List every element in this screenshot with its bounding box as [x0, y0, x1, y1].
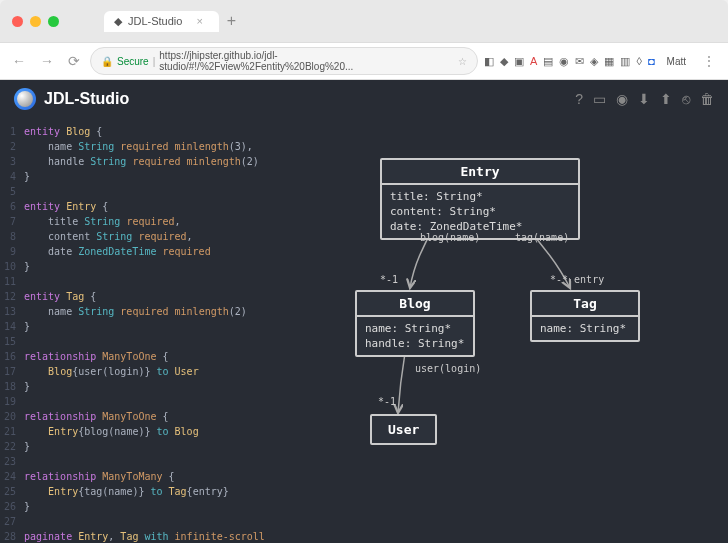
edge-card-tag: *-* entry	[550, 274, 604, 285]
entity-field: name: String*	[540, 321, 630, 336]
ext-icon[interactable]: ✉	[575, 55, 584, 68]
device-icon[interactable]: ▭	[593, 91, 606, 107]
code-editor[interactable]: 1entity Blog {2 name String required min…	[0, 118, 320, 543]
diagram-panel[interactable]: Entry title: String*content: String*date…	[320, 118, 728, 543]
upload-icon[interactable]: ⬆	[660, 91, 672, 107]
code-line[interactable]: 15	[0, 334, 320, 349]
code-content	[24, 454, 320, 469]
line-number: 21	[0, 424, 24, 439]
entity-user[interactable]: User	[370, 414, 437, 445]
code-content	[24, 274, 320, 289]
ext-icon[interactable]: ▤	[543, 55, 553, 68]
code-content: entity Tag {	[24, 289, 320, 304]
line-number: 9	[0, 244, 24, 259]
code-content: relationship ManyToOne {	[24, 409, 320, 424]
tab-title: JDL-Studio	[128, 15, 182, 27]
code-line[interactable]: 2 name String required minlength(3),	[0, 139, 320, 154]
code-content: content String required,	[24, 229, 320, 244]
ext-icon[interactable]: A	[530, 55, 537, 68]
entity-field: name: String*	[365, 321, 465, 336]
back-button[interactable]: ←	[8, 53, 30, 69]
code-line[interactable]: 4}	[0, 169, 320, 184]
code-line[interactable]: 25 Entry{tag(name)} to Tag{entry}	[0, 484, 320, 499]
line-number: 16	[0, 349, 24, 364]
bookmark-icon[interactable]: ☆	[458, 56, 467, 67]
reload-button[interactable]: ⟳	[64, 53, 84, 69]
entity-entry[interactable]: Entry title: String*content: String*date…	[380, 158, 580, 240]
new-tab-button[interactable]: +	[219, 8, 244, 34]
code-content	[24, 184, 320, 199]
code-content: date ZonedDateTime required	[24, 244, 320, 259]
code-line[interactable]: 16relationship ManyToOne {	[0, 349, 320, 364]
ext-icon[interactable]: ◉	[559, 55, 569, 68]
profile-name[interactable]: Matt	[661, 56, 692, 67]
code-line[interactable]: 5	[0, 184, 320, 199]
code-line[interactable]: 11	[0, 274, 320, 289]
code-line[interactable]: 28paginate Entry, Tag with infinite-scro…	[0, 529, 320, 543]
close-tab-icon[interactable]: ×	[196, 15, 202, 27]
entity-blog[interactable]: Blog name: String*handle: String*	[355, 290, 475, 357]
entity-tag-fields: name: String*	[532, 317, 638, 340]
entity-blog-name: Blog	[357, 292, 473, 317]
code-line[interactable]: 17 Blog{user(login)} to User	[0, 364, 320, 379]
line-number: 8	[0, 229, 24, 244]
maximize-window-icon[interactable]	[48, 16, 59, 27]
code-line[interactable]: 13 name String required minlength(2)	[0, 304, 320, 319]
trash-icon[interactable]: 🗑	[700, 91, 714, 107]
app-container: JDL-Studio ? ▭ ◉ ⬇ ⬆ ⎋ 🗑 1entity Blog {2…	[0, 80, 728, 543]
help-icon[interactable]: ?	[575, 91, 583, 107]
code-line[interactable]: 3 handle String required minlength(2)	[0, 154, 320, 169]
code-content: entity Entry {	[24, 199, 320, 214]
download-icon[interactable]: ⬇	[638, 91, 650, 107]
ext-icon[interactable]: ▣	[514, 55, 524, 68]
app-header: JDL-Studio ? ▭ ◉ ⬇ ⬆ ⎋ 🗑	[0, 80, 728, 118]
code-content: paginate Entry, Tag with infinite-scroll	[24, 529, 320, 543]
entity-entry-fields: title: String*content: String*date: Zone…	[382, 185, 578, 238]
ext-icon[interactable]: ◘	[648, 55, 655, 68]
close-window-icon[interactable]	[12, 16, 23, 27]
code-line[interactable]: 6entity Entry {	[0, 199, 320, 214]
minimize-window-icon[interactable]	[30, 16, 41, 27]
ext-icon[interactable]: ◧	[484, 55, 494, 68]
code-content: name String required minlength(2)	[24, 304, 320, 319]
ext-icon[interactable]: ▦	[604, 55, 614, 68]
camera-icon[interactable]: ◉	[616, 91, 628, 107]
forward-button[interactable]: →	[36, 53, 58, 69]
code-line[interactable]: 24relationship ManyToMany {	[0, 469, 320, 484]
address-bar[interactable]: 🔒 Secure | https://jhipster.github.io/jd…	[90, 47, 478, 75]
ext-icon[interactable]: ◊	[636, 55, 641, 68]
entity-tag[interactable]: Tag name: String*	[530, 290, 640, 342]
line-number: 28	[0, 529, 24, 543]
line-number: 15	[0, 334, 24, 349]
menu-icon[interactable]: ⋮	[698, 53, 720, 69]
code-line[interactable]: 18}	[0, 379, 320, 394]
ext-icon[interactable]: ◆	[500, 55, 508, 68]
code-line[interactable]: 1entity Blog {	[0, 124, 320, 139]
line-number: 2	[0, 139, 24, 154]
share-icon[interactable]: ⎋	[682, 91, 690, 107]
entity-field: title: String*	[390, 189, 570, 204]
ext-icon[interactable]: ◈	[590, 55, 598, 68]
ext-icon[interactable]: ▥	[620, 55, 630, 68]
code-line[interactable]: 8 content String required,	[0, 229, 320, 244]
code-line[interactable]: 10}	[0, 259, 320, 274]
code-line[interactable]: 12entity Tag {	[0, 289, 320, 304]
code-line[interactable]: 14}	[0, 319, 320, 334]
code-line[interactable]: 20relationship ManyToOne {	[0, 409, 320, 424]
code-line[interactable]: 26}	[0, 499, 320, 514]
code-content: title String required,	[24, 214, 320, 229]
code-line[interactable]: 21 Entry{blog(name)} to Blog	[0, 424, 320, 439]
code-line[interactable]: 7 title String required,	[0, 214, 320, 229]
address-bar-row: ← → ⟳ 🔒 Secure | https://jhipster.github…	[0, 42, 728, 80]
edge-label-user: user(login)	[415, 363, 481, 374]
code-line[interactable]: 9 date ZonedDateTime required	[0, 244, 320, 259]
code-content: }	[24, 499, 320, 514]
edge-card-blog: *-1	[380, 274, 398, 285]
code-line[interactable]: 22}	[0, 439, 320, 454]
entity-blog-fields: name: String*handle: String*	[357, 317, 473, 355]
browser-tab[interactable]: ◆ JDL-Studio ×	[104, 11, 219, 32]
code-line[interactable]: 19	[0, 394, 320, 409]
code-line[interactable]: 23	[0, 454, 320, 469]
code-line[interactable]: 27	[0, 514, 320, 529]
app-toolbar: ? ▭ ◉ ⬇ ⬆ ⎋ 🗑	[575, 91, 714, 107]
